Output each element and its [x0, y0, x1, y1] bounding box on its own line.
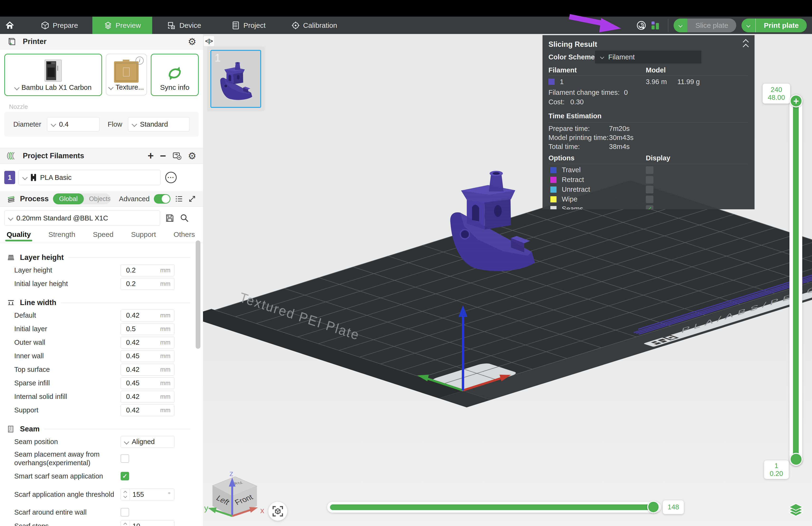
slice-plate-button[interactable]: Slice plate	[687, 18, 736, 32]
chevron-down-icon	[746, 23, 751, 27]
spinner-arrows[interactable]	[121, 489, 130, 500]
retract-display-checkbox[interactable]	[646, 176, 653, 184]
sync-icon	[164, 63, 186, 83]
outer-wall-line-width-input[interactable]: 0.42mm	[121, 337, 174, 349]
filament-menu-button[interactable]: ···	[165, 172, 177, 183]
plate-thumbnail[interactable]: 1	[211, 50, 261, 108]
inner-wall-line-width-input[interactable]: 0.45mm	[121, 350, 174, 362]
build-plate-card[interactable]: i Texture...	[106, 54, 147, 96]
default-line-width-input[interactable]: 0.42mm	[121, 310, 174, 322]
filament-slot-badge[interactable]: 1	[4, 171, 15, 184]
chevron-down-icon	[132, 122, 137, 127]
travel-display-checkbox[interactable]	[646, 166, 653, 174]
setting-row: Scarf steps 10	[0, 520, 203, 526]
compare-presets-icon[interactable]	[188, 194, 197, 203]
advanced-toggle[interactable]	[154, 194, 171, 203]
preset-dropdown[interactable]: 0.20mm Standard @BBL X1C	[4, 211, 160, 226]
flow-dropdown[interactable]: Standard	[128, 117, 190, 131]
slice-plate-dropdown[interactable]	[673, 18, 687, 32]
home-button[interactable]	[0, 17, 19, 34]
reset-view-button[interactable]	[268, 502, 287, 521]
search-icon[interactable]	[179, 213, 189, 223]
option-row: Wipe	[549, 194, 748, 204]
print-plate-button[interactable]: Print plate	[755, 18, 807, 32]
tab-support[interactable]: Support	[131, 230, 156, 243]
parameter-list-icon[interactable]	[175, 194, 183, 203]
support-line-width-input[interactable]: 0.42mm	[121, 404, 174, 416]
plate-thumbnail-card: 1	[207, 46, 265, 111]
wipe-display-checkbox[interactable]	[646, 196, 653, 203]
add-layer-pause-button[interactable]: +	[790, 95, 802, 108]
layer-height-icon	[6, 254, 15, 261]
collapse-panel-icon[interactable]	[744, 40, 748, 49]
scarf-angle-input[interactable]: 155°	[121, 488, 174, 500]
info-icon[interactable]: i	[135, 57, 144, 65]
tab-prepare[interactable]: Prepare	[33, 17, 86, 34]
process-section-title: Process	[20, 195, 49, 203]
preset-row: 0.20mm Standard @BBL X1C	[0, 207, 203, 229]
tab-project[interactable]: Project	[223, 17, 274, 34]
z-axis-label: z	[229, 469, 233, 478]
seam-position-dropdown[interactable]: Aligned	[121, 436, 174, 448]
internal-solid-infill-line-width-input[interactable]: 0.42mm	[121, 391, 174, 403]
setting-row: Support 0.42mm	[0, 403, 203, 417]
printer-settings-gear-icon[interactable]: ⚙	[188, 37, 197, 46]
change-times-value: 0	[624, 89, 628, 97]
filament-spool-icon	[31, 174, 36, 181]
time-row: Model printing time:30m43s	[549, 133, 748, 142]
layer-slider-fill	[793, 103, 799, 458]
spinner-arrows[interactable]	[121, 521, 130, 526]
sparse-infill-line-width-input[interactable]: 0.45mm	[121, 377, 174, 389]
save-preset-icon[interactable]	[165, 213, 175, 223]
project-icon	[232, 21, 240, 30]
add-filament-button[interactable]: +	[148, 151, 154, 161]
initial-layer-line-width-input[interactable]: 0.5mm	[121, 323, 174, 335]
tab-preview[interactable]: Preview	[92, 17, 153, 34]
unretract-display-checkbox[interactable]	[646, 186, 653, 194]
spiral-tool-icon[interactable]	[636, 20, 647, 31]
layer-height-input[interactable]: 0.2mm	[121, 265, 174, 276]
tab-device[interactable]: Device	[159, 17, 209, 34]
scarf-around-checkbox[interactable]	[121, 508, 129, 516]
tab-label: Calibration	[303, 22, 337, 29]
tab-strength[interactable]: Strength	[48, 230, 75, 243]
diameter-dropdown[interactable]: 0.4	[47, 117, 100, 131]
chevron-down-icon	[124, 439, 129, 444]
step-slider-handle[interactable]	[647, 501, 659, 513]
cost-value: 0.30	[570, 98, 584, 106]
tab-speed[interactable]: Speed	[93, 230, 114, 243]
collapse-sidebar-button[interactable]: <|>	[204, 36, 214, 46]
sidebar-scrollbar[interactable]	[195, 240, 200, 349]
scope-objects[interactable]: Objects	[84, 194, 111, 204]
seam-placement-checkbox[interactable]	[121, 454, 129, 463]
layer-slider-handle[interactable]	[790, 453, 802, 466]
smart-scarf-checkbox[interactable]: ✓	[121, 472, 129, 480]
print-plate-dropdown[interactable]	[741, 18, 755, 32]
sync-info-card[interactable]: Sync info	[151, 54, 199, 96]
tab-quality[interactable]: Quality	[6, 230, 31, 243]
layers-view-icon[interactable]	[788, 503, 804, 519]
scope-global[interactable]: Global	[53, 194, 84, 204]
plate-image	[114, 60, 139, 83]
remove-filament-button[interactable]: −	[160, 151, 166, 161]
step-slider-tooltip: 148	[663, 500, 684, 514]
setting-row: Top surface 0.42mm	[0, 363, 203, 376]
color-scheme-dropdown[interactable]: Filament	[595, 51, 701, 63]
calibration-icon	[291, 21, 300, 30]
seams-display-checkbox[interactable]: ✓	[646, 205, 653, 210]
top-surface-line-width-input[interactable]: 0.42mm	[121, 364, 174, 375]
initial-layer-height-input[interactable]: 0.2mm	[121, 278, 174, 290]
unretract-color-swatch	[550, 186, 556, 193]
tab-label: Preview	[116, 22, 141, 29]
slice-stats-icon[interactable]	[650, 20, 661, 31]
filament-settings-gear-icon[interactable]: ⚙	[188, 151, 197, 161]
filament-dropdown[interactable]: PLA Basic	[18, 170, 160, 185]
tab-calibration[interactable]: Calibration	[283, 17, 345, 34]
printer-model-card[interactable]: Bambu Lab X1 Carbon	[4, 54, 102, 96]
scarf-steps-input[interactable]: 10	[121, 520, 174, 526]
setting-row: Scarf around entire wall	[0, 505, 203, 520]
tab-others[interactable]: Others	[174, 230, 195, 243]
flow-label: Flow	[107, 120, 122, 128]
setting-row: Inner wall 0.45mm	[0, 349, 203, 363]
ams-sync-icon[interactable]	[172, 151, 182, 161]
